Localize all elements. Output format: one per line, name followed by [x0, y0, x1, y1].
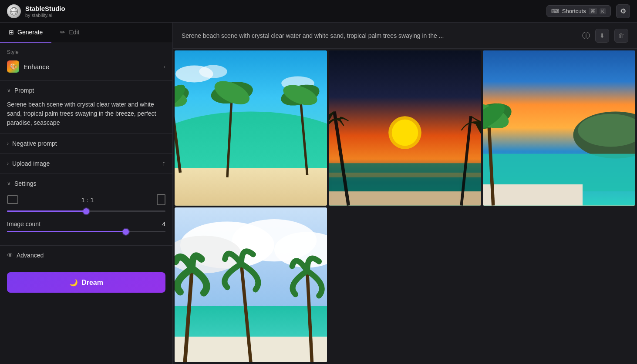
settings-button[interactable]: ⚙: [616, 4, 630, 18]
negative-prompt-title: Negative prompt: [12, 140, 57, 147]
aspect-ratio-value: 1 : 1: [81, 196, 94, 204]
app-title-group: StableStudio by stability.ai: [25, 5, 65, 18]
style-section: Style 🎨 Enhance ›: [0, 43, 172, 81]
tab-bar: ⊞ Generate ✏ Edit: [0, 23, 172, 43]
neg-prompt-chevron-icon: ›: [7, 140, 9, 147]
negative-prompt-section[interactable]: › Negative prompt: [0, 134, 172, 154]
app-branding: StableStudio by stability.ai: [7, 4, 65, 18]
image-4-svg: [175, 207, 327, 363]
generated-image-2[interactable]: [329, 50, 481, 206]
app-logo: [7, 4, 21, 18]
prompt-section-title: Prompt: [14, 87, 34, 94]
tab-generate[interactable]: ⊞ Generate: [0, 23, 51, 43]
download-icon: ⬇: [600, 32, 605, 39]
main-content: Serene beach scene with crystal clear wa…: [173, 23, 637, 364]
upload-arrow-icon: ↑: [162, 160, 165, 167]
aspect-ratio-slider[interactable]: [7, 210, 165, 212]
style-thumbnail: 🎨: [7, 60, 19, 73]
upload-image-section[interactable]: › Upload image ↑: [0, 154, 172, 174]
info-circle-icon[interactable]: ⓘ: [582, 30, 590, 41]
generated-image-4[interactable]: [175, 207, 327, 363]
dream-button[interactable]: 🌙 Dream: [7, 272, 165, 293]
upload-left: › Upload image: [7, 160, 50, 167]
settings-section-title: Settings: [14, 180, 37, 187]
dream-icon: 🌙: [69, 278, 78, 287]
sidebar: ⊞ Generate ✏ Edit Style 🎨 Enhance › ∨: [0, 23, 173, 364]
settings-section: ∨ Settings 1 : 1 Image count 4: [0, 174, 172, 246]
gear-icon: ⚙: [620, 7, 626, 15]
topbar: StableStudio by stability.ai ⌨ Shortcuts…: [0, 0, 637, 23]
eye-icon: 👁: [7, 252, 13, 259]
trash-button[interactable]: 🗑: [614, 29, 628, 43]
image-count-value: 4: [162, 220, 165, 227]
svg-point-7: [199, 65, 227, 78]
svg-rect-23: [329, 173, 481, 177]
edit-tab-label: Edit: [69, 29, 79, 36]
keyboard-icon: ⌨: [551, 8, 559, 14]
style-left: 🎨 Enhance: [7, 60, 49, 73]
edit-tab-icon: ✏: [60, 29, 65, 36]
svg-rect-24: [329, 191, 481, 205]
settings-chevron-icon: ∨: [7, 180, 11, 187]
image-count-label: Image count: [7, 220, 40, 227]
dream-label: Dream: [81, 279, 103, 287]
download-button[interactable]: ⬇: [595, 29, 609, 43]
style-section-label: Style: [7, 49, 165, 55]
prompt-section: ∨ Prompt Serene beach scene with crystal…: [0, 81, 172, 134]
style-selector[interactable]: 🎨 Enhance ›: [7, 59, 165, 74]
prompt-header-text: Serene beach scene with crystal clear wa…: [182, 32, 575, 39]
generated-image-1[interactable]: [175, 50, 327, 206]
image-count-row: Image count 4: [7, 220, 165, 227]
kbd-cmd: ⌘: [589, 8, 597, 14]
image-2-svg: [329, 50, 481, 206]
svg-rect-5: [175, 168, 327, 205]
app-title: StableStudio: [25, 5, 65, 13]
upload-image-title: Upload image: [12, 160, 50, 167]
aspect-portrait-icon[interactable]: [157, 194, 165, 205]
prompt-chevron-icon: ∨: [7, 87, 11, 94]
advanced-section[interactable]: 👁 Advanced: [0, 246, 172, 265]
settings-section-header[interactable]: ∨ Settings: [7, 180, 165, 187]
tab-edit[interactable]: ✏ Edit: [51, 23, 88, 43]
generate-tab-label: Generate: [17, 29, 43, 36]
topbar-right: ⌨ Shortcuts ⌘ K ⚙: [546, 4, 630, 18]
image-1-svg: [175, 50, 327, 206]
advanced-section-title: Advanced: [17, 252, 44, 259]
image-3-svg: [483, 50, 635, 206]
aspect-ratio-row: 1 : 1: [7, 194, 165, 205]
svg-point-21: [392, 120, 418, 146]
prompt-header: Serene beach scene with crystal clear wa…: [173, 23, 637, 49]
image-count-slider[interactable]: [7, 231, 165, 232]
generated-image-3[interactable]: [483, 50, 635, 206]
upload-chevron-icon: ›: [7, 160, 9, 167]
svg-rect-31: [483, 184, 583, 206]
aspect-landscape-icon[interactable]: [7, 195, 18, 204]
prompt-section-header[interactable]: ∨ Prompt: [0, 81, 172, 100]
main-layout: ⊞ Generate ✏ Edit Style 🎨 Enhance › ∨: [0, 23, 637, 364]
generate-tab-icon: ⊞: [9, 29, 14, 36]
prompt-text[interactable]: Serene beach scene with crystal clear wa…: [0, 100, 172, 134]
prompt-header-actions: ⓘ ⬇ 🗑: [582, 29, 628, 43]
style-chevron-icon: ›: [163, 63, 165, 70]
trash-icon: 🗑: [618, 32, 624, 39]
kbd-key: K: [600, 8, 606, 14]
style-name: Enhance: [24, 63, 49, 70]
shortcuts-label: Shortcuts: [562, 8, 586, 14]
shortcuts-button[interactable]: ⌨ Shortcuts ⌘ K: [546, 5, 611, 17]
image-grid: [173, 49, 637, 364]
app-subtitle: by stability.ai: [25, 13, 65, 18]
